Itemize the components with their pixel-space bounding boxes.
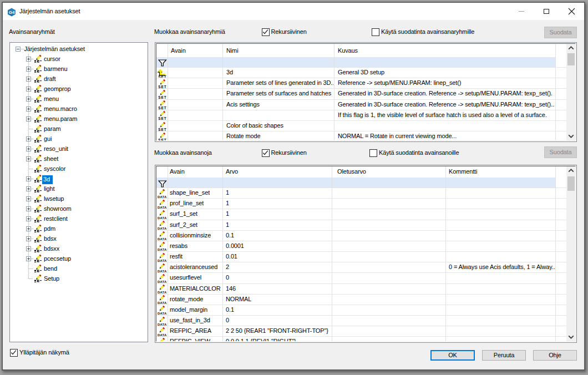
svg-text:G4: G4 bbox=[9, 10, 15, 15]
svg-text:SET: SET bbox=[158, 138, 166, 141]
